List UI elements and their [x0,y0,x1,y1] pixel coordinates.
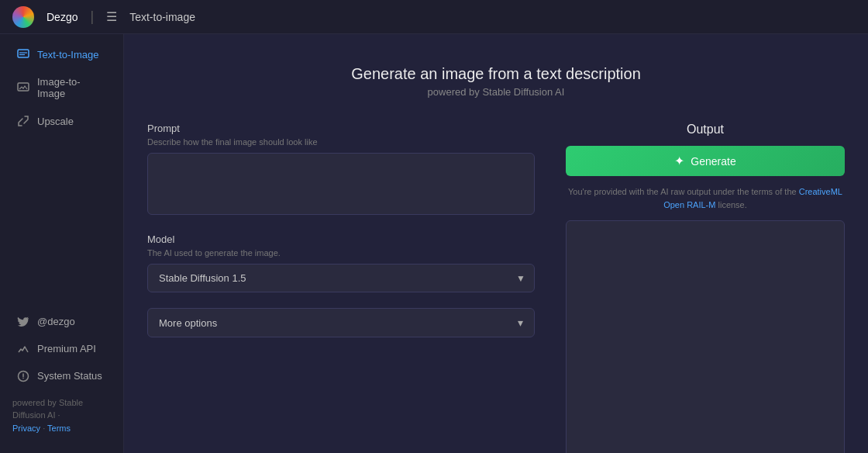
sidebar-item-text-to-image[interactable]: Text-to-Image [5,41,119,67]
model-select-wrapper: Stable Diffusion 1.5 Stable Diffusion 2.… [147,264,535,292]
system-status-icon [17,370,29,382]
sidebar-item-twitter[interactable]: @dezgo [5,309,119,335]
right-panel: Output ✦ Generate You're provided with t… [566,123,845,453]
prompt-textarea[interactable] [147,153,535,215]
more-options-label: More options [159,317,217,329]
sidebar-item-label: @dezgo [37,316,75,327]
svg-point-6 [22,377,24,379]
header-page-title: Text-to-image [129,11,195,23]
generate-button-label: Generate [691,155,735,168]
page-heading: Generate an image from a text descriptio… [351,65,641,83]
svg-rect-3 [18,83,29,91]
generate-button[interactable]: ✦ Generate [566,146,845,176]
main-content: Generate an image from a text descriptio… [124,34,868,453]
prompt-label: Prompt [147,123,535,134]
sidebar-item-label: Image-to-Image [37,76,106,99]
output-canvas [566,220,845,453]
powered-by-text: powered by Stable Diffusion AI · [12,398,83,420]
sidebar-item-label: Text-to-Image [37,49,98,61]
output-title: Output [566,123,845,137]
generate-icon: ✦ [674,154,684,168]
premium-api-icon [17,343,29,355]
app-name: Dezgo [46,11,78,23]
more-options-toggle[interactable]: More options ▾ [147,308,535,337]
model-sublabel: The AI used to generate the image. [147,248,535,258]
sidebar: Text-to-Image Image-to-Image Upscale [0,34,124,453]
sidebar-bottom: @dezgo Premium API Syste [0,302,123,448]
left-panel: Prompt Describe how the final image shou… [147,123,535,453]
svg-rect-0 [18,50,29,57]
image-to-image-icon [17,81,29,94]
upscale-icon [17,115,29,127]
twitter-icon [17,316,29,328]
sidebar-item-premium-api[interactable]: Premium API [5,336,119,362]
sidebar-item-label: Premium API [37,343,96,354]
layout: Text-to-Image Image-to-Image Upscale [0,34,868,453]
model-field: Model The AI used to generate the image.… [147,233,535,292]
app-logo [12,6,34,28]
page-subheading: powered by Stable Diffusion AI [428,86,565,98]
text-to-image-icon [17,48,29,61]
prompt-sublabel: Describe how the final image should look… [147,137,535,147]
prompt-field: Prompt Describe how the final image shou… [147,123,535,218]
content-area: Prompt Describe how the final image shou… [147,123,845,453]
model-label: Model [147,233,535,245]
hamburger-icon[interactable]: ☰ [106,9,117,24]
license-suffix: license. [718,200,747,209]
privacy-link[interactable]: Privacy [12,424,40,433]
sidebar-item-label: System Status [37,370,102,382]
sidebar-item-upscale[interactable]: Upscale [5,108,119,134]
sidebar-item-image-to-image[interactable]: Image-to-Image [5,69,119,106]
sidebar-item-system-status[interactable]: System Status [5,363,119,389]
terms-link[interactable]: Terms [47,424,71,433]
sidebar-item-label: Upscale [37,116,74,127]
header-divider: | [90,9,94,25]
expand-icon: ▾ [518,316,523,329]
header: Dezgo | ☰ Text-to-image [0,0,868,34]
sidebar-footer: powered by Stable Diffusion AI · Privacy… [0,390,123,441]
model-select[interactable]: Stable Diffusion 1.5 Stable Diffusion 2.… [147,264,535,292]
license-text: You're provided with the AI raw output u… [566,185,845,211]
license-prefix: You're provided with the AI raw output u… [568,187,797,196]
